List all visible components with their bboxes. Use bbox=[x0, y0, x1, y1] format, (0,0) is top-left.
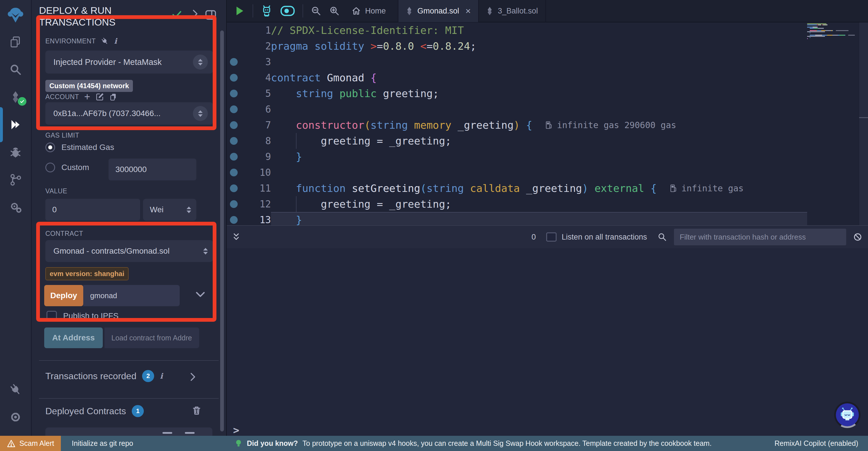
custom-gas-input[interactable] bbox=[108, 159, 196, 180]
editor-region: Home Gmonad.sol × 3_Ballot.sol 1// SPDX-… bbox=[227, 0, 868, 451]
select-arrows-icon bbox=[187, 206, 191, 213]
collapse-terminal-icon[interactable] bbox=[232, 232, 241, 242]
code-line-5: 5 string public greeting; bbox=[227, 86, 807, 102]
publish-ipfs-checkbox[interactable] bbox=[46, 311, 57, 321]
sidebar-item-solidity-compiler[interactable] bbox=[0, 83, 31, 111]
line-number: 12 bbox=[241, 198, 271, 210]
breakpoint-gutter[interactable] bbox=[227, 169, 241, 176]
zoom-out-icon[interactable] bbox=[311, 5, 321, 17]
breakpoint-gutter[interactable] bbox=[227, 121, 241, 129]
copilot-status-toggle[interactable]: RemixAI Copilot (enabled) bbox=[774, 439, 858, 448]
sidebar-item-settings[interactable] bbox=[0, 403, 31, 431]
tab-gmonad-sol[interactable]: Gmonad.sol × bbox=[398, 0, 479, 22]
constructor-param-input[interactable] bbox=[83, 285, 180, 306]
transactions-recorded-row[interactable]: Transactions recorded 2 i bbox=[45, 370, 163, 382]
breakpoint-dot[interactable] bbox=[230, 58, 238, 66]
editor-scrollbar[interactable] bbox=[859, 22, 868, 225]
pin-panel-icon[interactable] bbox=[205, 9, 217, 22]
breakpoint-dot[interactable] bbox=[230, 200, 238, 208]
value-label: VALUE bbox=[45, 187, 67, 195]
breakpoint-gutter[interactable] bbox=[227, 90, 241, 97]
breakpoint-gutter[interactable] bbox=[227, 216, 241, 224]
minimize-icon[interactable] bbox=[185, 432, 195, 434]
custom-gas-radio[interactable] bbox=[45, 163, 55, 172]
breakpoint-gutter[interactable] bbox=[227, 185, 241, 192]
breakpoint-gutter[interactable] bbox=[227, 153, 241, 161]
sidebar-item-deploy-and-run[interactable] bbox=[0, 111, 31, 138]
remix-ide-window: DEPLOY & RUN TRANSACTIONS ENVIRONMENT i … bbox=[0, 0, 868, 451]
remix-logo-icon[interactable] bbox=[0, 3, 31, 28]
sidebar-item-plugin-manager[interactable] bbox=[0, 194, 31, 221]
sidebar-item-plugin-connect[interactable] bbox=[0, 376, 31, 403]
breakpoint-dot[interactable] bbox=[230, 137, 238, 145]
code-line-3: 3 bbox=[227, 54, 807, 70]
breakpoint-dot[interactable] bbox=[230, 185, 238, 192]
panel-forward-chevron-icon[interactable] bbox=[190, 9, 200, 20]
copilot-toggle-icon[interactable] bbox=[280, 5, 295, 17]
environment-select[interactable]: Injected Provider - MetaMask bbox=[45, 51, 213, 74]
breakpoint-dot[interactable] bbox=[230, 153, 238, 161]
estimated-gas-radio[interactable] bbox=[45, 142, 55, 152]
breakpoint-gutter[interactable] bbox=[227, 137, 241, 145]
copy-account-icon[interactable] bbox=[110, 93, 117, 101]
breakpoint-dot[interactable] bbox=[230, 121, 238, 129]
sidebar-item-search[interactable] bbox=[0, 56, 31, 83]
value-input[interactable] bbox=[45, 199, 140, 221]
remixai-assistant-button[interactable] bbox=[834, 402, 861, 428]
tab-close-icon[interactable]: × bbox=[464, 6, 471, 17]
add-account-icon[interactable]: + bbox=[84, 93, 90, 101]
breakpoint-dot[interactable] bbox=[230, 216, 238, 224]
edit-account-icon[interactable] bbox=[96, 92, 104, 101]
line-number: 13 bbox=[241, 214, 271, 225]
code-editor[interactable]: 1// SPDX-License-Identifier: MIT2pragma … bbox=[227, 22, 868, 225]
tab-home[interactable]: Home bbox=[351, 6, 386, 16]
expand-params-chevron-icon[interactable] bbox=[194, 288, 207, 301]
code-line-9: 9 } bbox=[227, 149, 807, 165]
tab-3-ballot-sol[interactable]: 3_Ballot.sol bbox=[479, 0, 546, 22]
transaction-filter-input[interactable] bbox=[674, 229, 846, 245]
breakpoint-gutter[interactable] bbox=[227, 58, 241, 66]
estimated-gas-option[interactable]: Estimated Gas bbox=[45, 142, 114, 152]
scam-alert-button[interactable]: Scam Alert bbox=[0, 436, 61, 451]
breakpoint-gutter[interactable] bbox=[227, 200, 241, 208]
clear-deployed-trash-icon[interactable] bbox=[191, 405, 202, 416]
terminal-output[interactable]: > bbox=[227, 248, 868, 451]
code-text: string public greeting; bbox=[271, 86, 807, 102]
at-address-button[interactable]: At Address bbox=[44, 328, 103, 348]
contract-select[interactable]: Gmonad - contracts/Gmonad.sol bbox=[45, 240, 213, 262]
zoom-in-icon[interactable] bbox=[329, 5, 340, 17]
publish-ipfs-option[interactable]: Publish to IPFS bbox=[46, 311, 119, 321]
breakpoint-gutter[interactable] bbox=[227, 106, 241, 113]
breakpoint-dot[interactable] bbox=[230, 106, 238, 113]
clear-terminal-icon[interactable] bbox=[852, 232, 863, 242]
breakpoint-dot[interactable] bbox=[230, 74, 238, 82]
line-number: 2 bbox=[241, 40, 271, 52]
sidebar-item-git[interactable] bbox=[0, 166, 31, 194]
breakpoint-gutter[interactable] bbox=[227, 74, 241, 82]
environment-info-icon[interactable]: i bbox=[114, 37, 117, 46]
sidebar-item-debugger[interactable] bbox=[0, 138, 31, 166]
custom-gas-option[interactable]: Custom bbox=[45, 163, 89, 172]
value-unit-select[interactable]: Wei bbox=[143, 199, 196, 221]
deploy-button[interactable]: Deploy bbox=[44, 285, 83, 306]
run-script-icon[interactable] bbox=[234, 5, 245, 17]
account-label-text: ACCOUNT bbox=[45, 93, 79, 101]
minimize-icon[interactable] bbox=[162, 432, 172, 434]
breakpoint-dot[interactable] bbox=[230, 90, 238, 97]
transactions-info-icon[interactable]: i bbox=[160, 372, 163, 380]
at-address-input[interactable] bbox=[104, 328, 199, 348]
gas-estimate-annotation: infinite gas bbox=[670, 183, 744, 193]
panel-scrollbar[interactable] bbox=[220, 30, 224, 431]
breakpoint-dot[interactable] bbox=[230, 169, 238, 176]
editor-minimap[interactable] bbox=[807, 23, 858, 43]
status-bar: Scam Alert Initialize as git repo Did yo… bbox=[0, 436, 868, 451]
did-you-know-tip: Did you know? To prototype on a uniswap … bbox=[235, 439, 712, 448]
account-select[interactable]: 0xB1a...AF67b (7037.30466... bbox=[45, 102, 213, 125]
listen-transactions-checkbox[interactable] bbox=[546, 232, 557, 242]
terminal-search-icon[interactable] bbox=[657, 232, 667, 242]
init-git-repo-button[interactable]: Initialize as git repo bbox=[72, 439, 133, 448]
plug-icon[interactable] bbox=[101, 37, 109, 45]
remixai-robot-icon[interactable] bbox=[260, 5, 273, 17]
transactions-expand-chevron-icon[interactable] bbox=[188, 372, 198, 382]
sidebar-item-file-explorer[interactable] bbox=[0, 28, 31, 56]
